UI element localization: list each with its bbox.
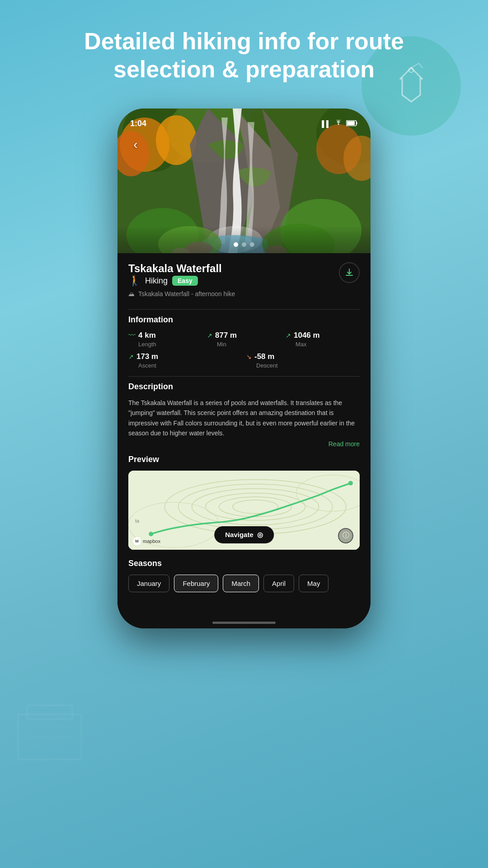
navigate-icon: ◎ [257, 531, 263, 539]
trail-header: Tskakala Waterfall 🚶 Hiking Easy ⛰ Tskak… [128, 262, 360, 304]
season-chip-april[interactable]: April [263, 575, 294, 592]
signal-icon: ▌▌ [322, 120, 331, 127]
season-chip-march[interactable]: March [223, 575, 259, 592]
descent-icon: ↘ [246, 353, 252, 360]
read-more-link[interactable]: Read more [128, 440, 360, 448]
status-icons: ▌▌ [322, 120, 358, 127]
status-time: 1:04 [130, 119, 146, 128]
dot-3[interactable] [250, 242, 254, 247]
trail-type-row: 🚶 Hiking Easy [128, 275, 235, 287]
season-chip-february[interactable]: February [174, 575, 218, 592]
ascent-info: ↗ 173 m Ascent [128, 352, 242, 369]
image-dots [234, 242, 254, 247]
wifi-icon [334, 120, 343, 127]
navigate-button[interactable]: Navigate ◎ [214, 526, 274, 543]
descent-label: Descent [246, 362, 360, 369]
min-label: Min [207, 341, 281, 348]
svg-text:ta: ta [135, 518, 140, 524]
ascent-icon: ↗ [128, 353, 134, 360]
min-value: 877 m [215, 331, 237, 340]
svg-point-40 [348, 481, 353, 485]
content-area: Tskakala Waterfall 🚶 Hiking Easy ⛰ Tskak… [117, 253, 371, 628]
info-grid: 〰 4 km Length ↗ 877 m Min ↗ 1046 m [128, 331, 360, 348]
phone-screen: 1:04 ▌▌ [117, 108, 371, 628]
map-info-button[interactable]: ⓘ [338, 528, 353, 543]
season-chip-may[interactable]: May [299, 575, 328, 592]
hiking-icon: 🚶 [128, 275, 141, 287]
max-label: Max [286, 341, 360, 348]
min-info: ↗ 877 m Min [207, 331, 281, 348]
mapbox-circle-logo: M [133, 537, 141, 545]
descent-value: -58 m [254, 352, 274, 361]
max-icon: ↗ [286, 332, 291, 339]
mapbox-logo: M mapbox [133, 537, 160, 545]
divider-1 [128, 309, 360, 310]
divider-2 [128, 376, 360, 377]
phone-frame: 1:04 ▌▌ [117, 108, 371, 628]
preview-section-title: Preview [128, 455, 360, 464]
battery-icon [346, 120, 358, 127]
length-icon: 〰 [128, 331, 136, 340]
information-section-title: Information [128, 315, 360, 325]
status-bar: 1:04 ▌▌ [117, 108, 371, 133]
trail-subtitle: ⛰ Tskakala Waterfall - afternoon hike [128, 290, 235, 297]
ascent-value: 173 m [136, 352, 158, 361]
ascent-label: Ascent [128, 362, 242, 369]
dot-1[interactable] [234, 242, 238, 247]
svg-point-39 [149, 532, 153, 536]
trail-title: Tskakala Waterfall [128, 262, 235, 275]
svg-rect-29 [117, 226, 371, 253]
page-title: Detailed hiking info for route selection… [0, 0, 488, 97]
descent-info: ↘ -58 m Descent [246, 352, 360, 369]
max-info: ↗ 1046 m Max [286, 331, 360, 348]
description-section-title: Description [128, 382, 360, 392]
seasons-section-title: Seasons [128, 559, 360, 568]
season-chip-january[interactable]: January [128, 575, 169, 592]
info-grid-2: ↗ 173 m Ascent ↘ -58 m Descent [128, 352, 360, 369]
home-indicator [212, 622, 276, 624]
length-label: Length [128, 341, 202, 348]
map-container: ta Navigate ◎ ⓘ M mapbox [128, 471, 360, 550]
svg-rect-4 [27, 705, 72, 719]
max-value: 1046 m [294, 331, 320, 340]
trail-type-label: Hiking [145, 276, 168, 286]
length-info: 〰 4 km Length [128, 331, 202, 348]
seasons-row: January February March April May [128, 575, 360, 597]
bg-decoration-bottom [14, 687, 95, 778]
dot-2[interactable] [242, 242, 246, 247]
subtitle-icon: ⛰ [128, 290, 135, 297]
back-button[interactable]: ‹ [127, 136, 145, 154]
length-value: 4 km [138, 331, 156, 340]
description-text: The Tskakala Waterfall is a series of po… [128, 398, 360, 439]
difficulty-badge: Easy [172, 276, 198, 286]
svg-rect-9 [347, 121, 355, 125]
min-icon: ↗ [207, 332, 212, 339]
download-button[interactable] [339, 262, 360, 283]
